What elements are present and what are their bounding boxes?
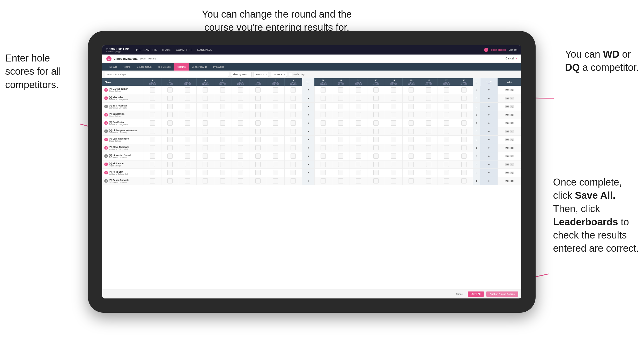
score-field[interactable]	[203, 153, 208, 159]
score-field[interactable]	[291, 178, 296, 183]
score-field[interactable]	[167, 153, 173, 159]
score-field[interactable]	[291, 129, 296, 134]
filter-team-dropdown[interactable]: Filter by team ▼	[231, 72, 251, 77]
hole-9-input[interactable]	[284, 144, 302, 152]
score-field[interactable]	[167, 104, 173, 109]
score-field[interactable]	[185, 178, 190, 183]
score-field[interactable]	[461, 129, 467, 134]
hole-10-input[interactable]	[314, 119, 332, 127]
score-field[interactable]	[321, 87, 326, 93]
score-field[interactable]	[461, 104, 467, 109]
score-field[interactable]	[356, 104, 361, 109]
hole-7-input[interactable]	[249, 135, 267, 144]
hole-6-input[interactable]	[232, 94, 249, 102]
hole-4-input[interactable]	[196, 152, 214, 160]
score-field[interactable]	[203, 178, 208, 183]
hole-3-input[interactable]	[179, 102, 196, 111]
hole-6-input[interactable]	[232, 135, 249, 144]
score-field[interactable]	[409, 120, 414, 126]
hole-11-input[interactable]	[332, 144, 350, 152]
score-field[interactable]	[461, 153, 467, 159]
score-field[interactable]	[150, 87, 155, 93]
score-field[interactable]	[291, 137, 296, 142]
dq-button[interactable]: DQ	[510, 155, 514, 157]
score-field[interactable]	[150, 96, 155, 101]
hole-3-input[interactable]	[179, 160, 196, 168]
score-field[interactable]	[356, 145, 361, 150]
hole-7-input[interactable]	[249, 94, 267, 102]
hole-15-input[interactable]	[402, 177, 420, 185]
score-field[interactable]	[444, 137, 449, 142]
score-field[interactable]	[338, 145, 343, 150]
hole-13-input[interactable]	[367, 94, 385, 102]
score-field[interactable]	[185, 137, 190, 142]
score-field[interactable]	[444, 129, 449, 134]
score-field[interactable]	[203, 120, 208, 126]
hole-2-input[interactable]	[161, 168, 179, 177]
score-field[interactable]	[185, 145, 190, 150]
hole-4-input[interactable]	[196, 144, 214, 152]
hole-14-input[interactable]	[385, 94, 402, 102]
score-field[interactable]	[238, 112, 243, 117]
hole-2-input[interactable]	[161, 94, 179, 102]
score-field[interactable]	[356, 112, 361, 117]
score-field[interactable]	[391, 145, 396, 150]
hole-5-input[interactable]	[214, 144, 232, 152]
score-field[interactable]	[203, 137, 208, 142]
score-field[interactable]	[203, 96, 208, 101]
hole-8-input[interactable]	[267, 152, 284, 160]
score-field[interactable]	[338, 137, 343, 142]
hole-5-input[interactable]	[214, 111, 232, 119]
score-field[interactable]	[391, 170, 396, 175]
hole-15-input[interactable]	[402, 94, 420, 102]
hole-18-input[interactable]	[455, 102, 473, 111]
hole-6-input[interactable]	[232, 177, 249, 185]
score-field[interactable]	[238, 120, 243, 126]
hole-4-input[interactable]	[196, 119, 214, 127]
score-field[interactable]	[321, 162, 326, 167]
score-field[interactable]	[185, 170, 190, 175]
hole-13-input[interactable]	[367, 127, 385, 135]
score-field[interactable]	[373, 145, 379, 150]
hole-16-input[interactable]	[420, 111, 438, 119]
score-field[interactable]	[356, 120, 361, 126]
hole-1-input[interactable]	[144, 94, 161, 102]
wd-button[interactable]: WD	[505, 130, 509, 133]
score-field[interactable]	[273, 178, 278, 183]
score-field[interactable]	[150, 129, 155, 134]
hole-7-input[interactable]	[249, 102, 267, 111]
hole-13-input[interactable]	[367, 168, 385, 177]
score-field[interactable]	[321, 170, 326, 175]
score-field[interactable]	[185, 96, 190, 101]
hole-15-input[interactable]	[402, 111, 420, 119]
wd-button[interactable]: WD	[505, 105, 509, 108]
score-field[interactable]	[321, 178, 326, 183]
score-field[interactable]	[409, 96, 414, 101]
hole-7-input[interactable]	[249, 111, 267, 119]
score-field[interactable]	[338, 112, 343, 117]
hole-5-input[interactable]	[214, 177, 232, 185]
score-field[interactable]	[238, 137, 243, 142]
hole-11-input[interactable]	[332, 127, 350, 135]
hole-16-input[interactable]	[420, 177, 438, 185]
hole-13-input[interactable]	[367, 135, 385, 144]
score-field[interactable]	[255, 153, 261, 159]
score-field[interactable]	[167, 87, 173, 93]
score-field[interactable]	[391, 137, 396, 142]
score-field[interactable]	[426, 178, 431, 183]
hole-14-input[interactable]	[385, 177, 402, 185]
hole-16-input[interactable]	[420, 168, 438, 177]
score-field[interactable]	[185, 87, 190, 93]
hole-4-input[interactable]	[196, 168, 214, 177]
hole-8-input[interactable]	[267, 168, 284, 177]
hole-8-input[interactable]	[267, 127, 284, 135]
dq-button[interactable]: DQ	[510, 97, 514, 99]
score-field[interactable]	[220, 96, 225, 101]
hole-15-input[interactable]	[402, 160, 420, 168]
hole-7-input[interactable]	[249, 86, 267, 94]
hole-6-input[interactable]	[232, 111, 249, 119]
hole-10-input[interactable]	[314, 168, 332, 177]
score-field[interactable]	[373, 153, 379, 159]
score-field[interactable]	[185, 129, 190, 134]
wd-button[interactable]: WD	[505, 180, 509, 182]
